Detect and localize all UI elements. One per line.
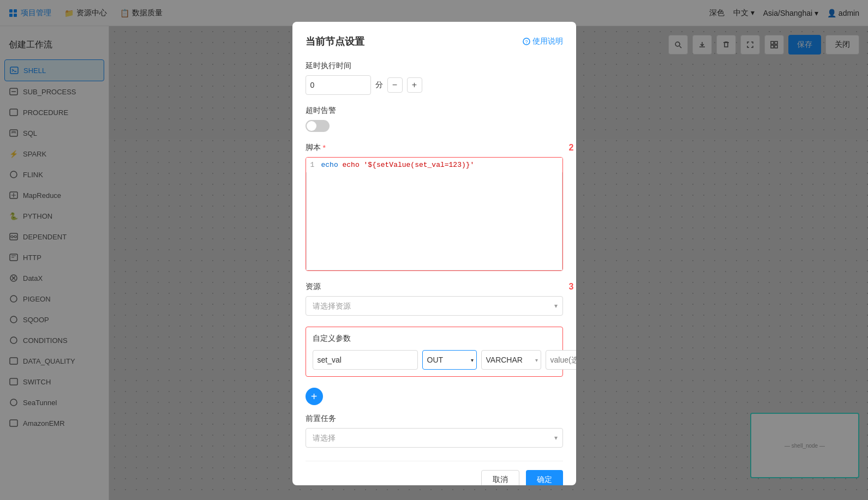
help-label: 使用说明 (532, 37, 563, 46)
script-line-1: 1 echo echo '${setValue(set_val=123)}' (306, 158, 562, 172)
decrement-button[interactable]: − (387, 77, 403, 93)
pre-task-select[interactable]: 请选择 (306, 428, 563, 448)
step-2: 2 (569, 143, 574, 153)
svg-text:?: ? (525, 39, 528, 45)
delay-unit: 分 (375, 80, 383, 90)
script-editor[interactable]: 1 echo echo '${setValue(set_val=123)}' (306, 157, 563, 271)
script-str: echo '${setValue(set_val=123)}' (343, 161, 475, 169)
param-value-input[interactable] (546, 350, 576, 370)
confirm-button[interactable]: 确定 (526, 470, 563, 485)
delay-row: 分 − + (306, 75, 563, 95)
custom-params-section: 自定义参数 OUT IN ▾ VARCHAR INTEGER (306, 327, 563, 377)
increment-button[interactable]: + (407, 77, 422, 93)
pre-task-section: 前置任务 请选择 ▾ (306, 414, 563, 448)
pre-task-label: 前置任务 (306, 414, 563, 424)
required-marker: * (323, 143, 326, 152)
delay-time-section: 延时执行时间 分 − + (306, 61, 563, 95)
resource-label: 资源 (306, 282, 563, 292)
script-area[interactable] (306, 172, 562, 270)
modal-title: 当前节点设置 (306, 35, 364, 48)
modal: 当前节点设置 ? 使用说明 延时执行时间 分 − + 超时告警 (292, 22, 576, 485)
param-type-wrapper: OUT IN ▾ (422, 350, 477, 370)
help-link[interactable]: ? 使用说明 (523, 37, 563, 46)
modal-footer: 取消 确定 (306, 461, 563, 485)
resource-select-wrapper: 请选择资源 ▾ (306, 296, 563, 316)
param-datatype-wrapper: VARCHAR INTEGER ▾ (481, 350, 541, 370)
timeout-label: 超时告警 (306, 106, 563, 116)
line-number: 1 (310, 161, 321, 169)
resource-section: 资源 请选择资源 ▾ 3 (306, 282, 563, 316)
step-3: 3 (569, 282, 574, 292)
modal-overlay: 当前节点设置 ? 使用说明 延时执行时间 分 − + 超时告警 (0, 0, 868, 500)
add-param-button[interactable]: + (306, 388, 323, 405)
param-type-select[interactable]: OUT IN (422, 350, 477, 370)
script-cmd: echo (321, 161, 343, 169)
modal-header: 当前节点设置 ? 使用说明 (306, 35, 563, 48)
timeout-toggle[interactable] (306, 120, 330, 132)
script-label: 脚本 * (306, 143, 563, 153)
cancel-button[interactable]: 取消 (481, 470, 519, 485)
script-code: echo echo '${setValue(set_val=123)}' (321, 161, 475, 169)
timeout-section: 超时告警 (306, 106, 563, 132)
pre-task-select-wrapper: 请选择 ▾ (306, 428, 563, 448)
param-datatype-select[interactable]: VARCHAR INTEGER (481, 350, 541, 370)
delay-label: 延时执行时间 (306, 61, 563, 71)
param-name-input[interactable] (313, 350, 418, 370)
script-section: 脚本 * 1 echo echo '${setValue(set_val=123… (306, 143, 563, 271)
custom-params-title: 自定义参数 (313, 334, 556, 344)
toggle-knob (307, 121, 316, 131)
delay-input[interactable] (306, 75, 371, 95)
resource-select[interactable]: 请选择资源 (306, 296, 563, 316)
param-row: OUT IN ▾ VARCHAR INTEGER ▾ (313, 350, 556, 370)
custom-params-box: 自定义参数 OUT IN ▾ VARCHAR INTEGER (306, 327, 563, 377)
